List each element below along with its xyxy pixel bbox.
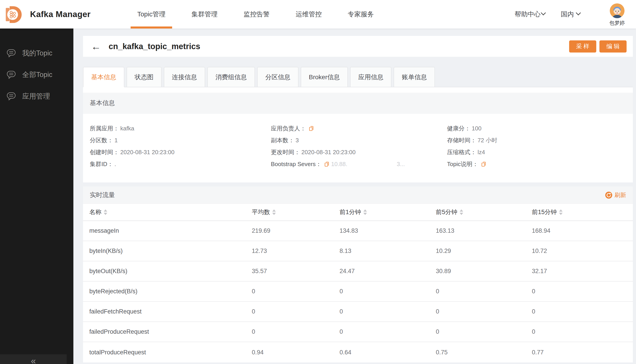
column-header[interactable]: 前15分钟: [532, 208, 633, 216]
info-field: 应用负责人：: [271, 122, 447, 134]
sidebar-item-label: 应用管理: [22, 92, 50, 101]
tab[interactable]: 应用信息: [350, 67, 392, 87]
basic-info-section-header: 基本信息: [83, 93, 633, 114]
table-row: failedProduceRequest 0 0 0 0: [83, 322, 633, 342]
sidebar-collapse-button[interactable]: «: [0, 354, 67, 364]
main-content: ← cn_kafka_topic_metrics 采 样 编 辑 基本信息 状态…: [74, 28, 636, 364]
last-15min-cell: 0.77: [532, 349, 633, 356]
metric-name-cell: byteOut(KB/s): [89, 268, 252, 275]
last-1min-cell: 0: [340, 288, 436, 295]
user-menu[interactable]: 包梦婷: [609, 3, 625, 26]
realtime-section-header: 实时流量 刷新: [83, 186, 633, 204]
info-field: 所属应用： kafka: [90, 122, 271, 134]
info-field-value: 72 小时: [478, 136, 497, 144]
top-nav-item[interactable]: 专家服务: [334, 0, 387, 28]
tab[interactable]: 基本信息: [83, 67, 124, 87]
last-15min-cell: 0: [532, 308, 633, 315]
sidebar-item[interactable]: 应用管理: [0, 86, 74, 107]
last-1min-cell: 0.64: [340, 349, 436, 356]
info-field-label: 更改时间：: [271, 148, 300, 156]
tab[interactable]: 状态图: [126, 67, 162, 87]
page-actions: 采 样 编 辑: [569, 40, 626, 52]
metric-name-cell: messageIn: [89, 227, 252, 234]
user-name: 包梦婷: [609, 20, 625, 26]
column-header-label: 名称: [89, 208, 102, 216]
collapse-icon: «: [31, 358, 36, 363]
table-row: byteRejected(B/s) 0 0 0 0: [83, 282, 633, 302]
copy-icon[interactable]: [324, 161, 330, 167]
avg-cell: 0.94: [252, 349, 340, 356]
sample-button[interactable]: 采 样: [569, 40, 596, 52]
basic-info-grid: 所属应用： kafka 应用负责人：: [83, 114, 633, 182]
info-field-label: 应用负责人：: [271, 124, 306, 132]
info-field: 分区数： 1: [90, 134, 271, 146]
sort-icon: [104, 210, 107, 215]
region-menu[interactable]: 国内: [561, 10, 580, 19]
section-title: 基本信息: [90, 99, 115, 107]
back-arrow-icon[interactable]: ←: [89, 42, 103, 52]
chevron-down-icon: [541, 10, 546, 15]
tab[interactable]: 账单信息: [394, 67, 435, 87]
column-header[interactable]: 前1分钟: [340, 208, 436, 216]
refresh-button[interactable]: 刷新: [605, 191, 626, 199]
avg-cell: 0: [252, 308, 340, 315]
tab[interactable]: 消费组信息: [207, 67, 255, 87]
last-1min-cell: 0: [340, 328, 436, 335]
top-nav-item[interactable]: Topic管理: [124, 0, 179, 28]
tab[interactable]: 连接信息: [164, 67, 205, 87]
help-center-menu[interactable]: 帮助中心: [514, 10, 545, 19]
sidebar-item[interactable]: 我的Topic: [0, 42, 74, 64]
table-row: failedFetchRequest 0 0 0 0: [83, 302, 633, 322]
sort-icon: [363, 210, 367, 215]
chevron-down-icon: [576, 10, 581, 15]
avg-cell: 219.69: [252, 227, 340, 234]
traffic-table-body: messageIn 219.69 134.83 163.13 168.94 by…: [83, 221, 633, 362]
tab[interactable]: Broker信息: [301, 67, 348, 87]
info-field-value: lz4: [478, 149, 485, 156]
sidebar-menu: 我的Topic 全部Topic: [0, 28, 74, 107]
top-nav-item[interactable]: 监控告警: [230, 0, 282, 28]
info-field-label: Topic说明：: [447, 160, 478, 168]
info-field-value: 1: [114, 137, 118, 144]
column-header[interactable]: 平均数: [252, 208, 340, 216]
info-field: 压缩格式： lz4: [447, 146, 633, 158]
copy-icon[interactable]: [308, 126, 314, 132]
info-field-label: 压缩格式：: [447, 148, 476, 156]
edit-button[interactable]: 编 辑: [600, 40, 626, 52]
info-field: Topic说明：: [447, 158, 633, 170]
column-header[interactable]: 名称: [89, 208, 252, 216]
column-header-label: 前15分钟: [532, 208, 557, 216]
info-field: 创建时间： 2020-08-31 20:23:00: [90, 146, 271, 158]
refresh-label: 刷新: [614, 191, 626, 199]
sidebar-item[interactable]: 全部Topic: [0, 64, 74, 86]
column-header-label: 平均数: [252, 208, 270, 216]
last-5min-cell: 0.75: [436, 349, 532, 356]
sort-icon: [272, 210, 276, 215]
table-row: byteIn(KB/s) 12.73 8.13 10.29 10.72: [83, 241, 633, 262]
detail-tabs: 基本信息 状态图 连接信息 消费组信息 分区信息 Broker信息 应用信息 账…: [83, 67, 633, 87]
info-field: 存储时间： 72 小时: [447, 134, 633, 146]
header-right: 帮助中心 国内 包梦婷: [514, 0, 636, 28]
last-1min-cell: 0: [340, 308, 436, 315]
last-15min-cell: 10.72: [532, 248, 633, 254]
info-field-label: 集群ID：: [90, 160, 113, 168]
kafka-manager-logo-icon: [4, 4, 24, 24]
avatar: [610, 3, 624, 18]
info-field-value: 3: [296, 137, 299, 144]
last-5min-cell: 0: [436, 288, 532, 295]
metric-name-cell: failedFetchRequest: [89, 308, 252, 315]
tab[interactable]: 分区信息: [257, 67, 298, 87]
top-nav-item[interactable]: 集群管理: [178, 0, 230, 28]
traffic-table-header: 名称 平均数 前1分钟 前5分钟: [83, 204, 633, 221]
metric-name-cell: byteIn(KB/s): [89, 248, 252, 254]
info-field-label: 创建时间：: [90, 148, 119, 156]
copy-icon[interactable]: [480, 161, 486, 167]
top-nav-item[interactable]: 运维管控: [282, 0, 334, 28]
column-header[interactable]: 前5分钟: [436, 208, 532, 216]
info-field-label: 所属应用：: [90, 124, 119, 132]
last-1min-cell: 8.13: [340, 248, 436, 254]
last-15min-cell: 0: [532, 288, 633, 295]
info-field: 健康分： 100: [447, 122, 633, 134]
last-5min-cell: 163.13: [436, 227, 532, 234]
metric-name-cell: byteRejected(B/s): [89, 288, 252, 295]
